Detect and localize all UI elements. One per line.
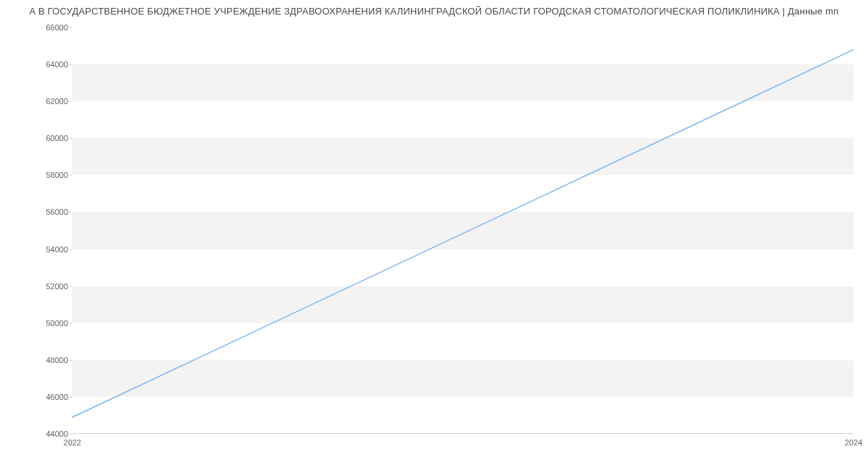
y-tick-mark bbox=[69, 397, 72, 398]
y-tick-label: 52000 bbox=[10, 282, 68, 291]
y-tick-mark bbox=[69, 138, 72, 139]
y-tick-mark bbox=[69, 323, 72, 324]
y-tick-label: 64000 bbox=[10, 60, 68, 69]
data-line-series bbox=[72, 50, 854, 417]
y-tick-mark bbox=[69, 101, 72, 102]
y-tick-label: 60000 bbox=[10, 134, 68, 142]
y-tick-mark bbox=[69, 64, 72, 65]
chart-title: А В ГОСУДАРСТВЕННОЕ БЮДЖЕТНОЕ УЧРЕЖДЕНИЕ… bbox=[0, 0, 868, 20]
y-tick-label: 62000 bbox=[10, 97, 68, 106]
y-tick-mark bbox=[69, 249, 72, 250]
y-tick-label: 50000 bbox=[10, 319, 68, 328]
x-tick-label: 2022 bbox=[64, 438, 81, 447]
y-tick-label: 48000 bbox=[10, 356, 68, 364]
chart-plot-area bbox=[72, 27, 854, 434]
y-tick-label: 46000 bbox=[10, 393, 68, 401]
x-tick-label: 2024 bbox=[845, 438, 862, 447]
y-tick-label: 44000 bbox=[10, 430, 68, 438]
y-tick-mark bbox=[69, 27, 72, 28]
y-tick-mark bbox=[69, 360, 72, 361]
y-tick-mark bbox=[69, 212, 72, 213]
y-tick-mark bbox=[69, 175, 72, 176]
y-tick-mark bbox=[69, 286, 72, 287]
y-tick-label: 54000 bbox=[10, 245, 68, 254]
y-tick-label: 66000 bbox=[10, 23, 68, 32]
y-tick-label: 56000 bbox=[10, 208, 68, 216]
y-tick-mark bbox=[69, 434, 72, 435]
y-tick-label: 58000 bbox=[10, 171, 68, 179]
